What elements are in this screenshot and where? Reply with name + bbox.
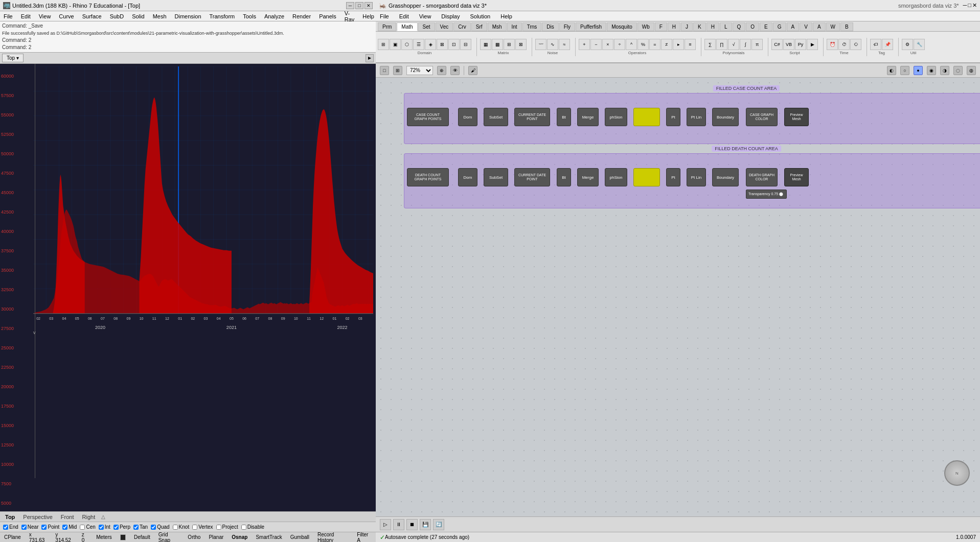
- rhino-viewport[interactable]: 60000 57500 55000 52500 50000 47500 4500…: [0, 64, 376, 511]
- case-merge-node[interactable]: Merge: [577, 108, 599, 126]
- gh-close-button[interactable]: ✕: [972, 2, 977, 9]
- grid-snap-label[interactable]: Grid Snap: [158, 532, 180, 543]
- gh-tool-7[interactable]: ⊡: [448, 39, 460, 50]
- death-pt-node[interactable]: Pt: [666, 168, 680, 186]
- gh-toolbar-icon-r3[interactable]: ●: [914, 66, 923, 75]
- gh-toolbar-icon-canvas[interactable]: □: [380, 66, 389, 75]
- gh-tab-w[interactable]: W: [826, 22, 840, 31]
- checkbox-int[interactable]: [99, 525, 104, 530]
- gh-tab-crv[interactable]: Crv: [453, 22, 471, 31]
- gh-tab-b[interactable]: B: [840, 22, 853, 31]
- gh-tab-srf[interactable]: Srf: [471, 22, 487, 31]
- gh-tab-int[interactable]: Int: [507, 22, 522, 31]
- gh-toolbar-icon-r6[interactable]: ◌: [953, 66, 963, 75]
- menu-mesh[interactable]: Mesh: [151, 13, 168, 20]
- checkbox-disable[interactable]: [241, 525, 246, 530]
- gh-poly-2[interactable]: ∏: [716, 39, 727, 50]
- gh-matrix-4[interactable]: ⊠: [515, 39, 527, 50]
- death-boundary-node[interactable]: Boundary: [712, 168, 739, 186]
- death-phsion-node[interactable]: phSion: [605, 168, 627, 186]
- gh-script-4[interactable]: ▶: [807, 39, 818, 50]
- death-bt-node[interactable]: Bt: [557, 168, 571, 186]
- checkbox-near[interactable]: [21, 525, 27, 530]
- case-currdate-node[interactable]: CURRENT DATEPOINT: [514, 108, 550, 126]
- gh-tab-pufferfish[interactable]: Pufferfish: [576, 22, 606, 31]
- gh-script-1[interactable]: C#: [771, 39, 783, 50]
- gh-tab-msh[interactable]: Msh: [488, 22, 507, 31]
- gh-tag-1[interactable]: 🏷: [870, 39, 881, 50]
- gh-tab-mosquito[interactable]: Mosquito: [607, 22, 637, 31]
- gh-tab-l[interactable]: L: [720, 22, 732, 31]
- death-yellow-node[interactable]: [633, 168, 660, 186]
- gh-tab-a2[interactable]: A: [813, 22, 826, 31]
- menu-panels[interactable]: Panels: [317, 13, 338, 20]
- view-tab-perspective[interactable]: Perspective: [21, 514, 54, 520]
- gh-op-6[interactable]: %: [637, 39, 649, 50]
- gh-tool-6[interactable]: ⊠: [437, 39, 448, 50]
- gh-tool-8[interactable]: ⊟: [460, 39, 471, 50]
- gh-tab-g[interactable]: G: [773, 22, 786, 31]
- death-dom-node[interactable]: Dom: [458, 168, 477, 186]
- gh-poly-4[interactable]: ∫: [740, 39, 751, 50]
- menu-subd[interactable]: SubD: [108, 13, 126, 20]
- menu-help[interactable]: Help: [361, 13, 376, 20]
- gh-poly-5[interactable]: π: [751, 39, 763, 50]
- gh-toolbar-icon-view1[interactable]: ⊕: [437, 66, 446, 75]
- gh-util-2[interactable]: 🔧: [914, 39, 925, 50]
- gh-minimize-button[interactable]: ─: [963, 2, 967, 9]
- gh-toolbar-icon-r2[interactable]: ○: [900, 66, 909, 75]
- gh-tool-2[interactable]: ▣: [390, 39, 401, 50]
- gh-tab-math[interactable]: Math: [397, 22, 417, 31]
- viewport-tab-top[interactable]: Top ▾: [2, 54, 24, 62]
- gh-tab-o[interactable]: O: [746, 22, 759, 31]
- death-preview-node[interactable]: PreviewMesh: [784, 168, 809, 186]
- gh-bottom-btn-4[interactable]: 💾: [420, 519, 431, 530]
- gh-tab-h[interactable]: H: [668, 22, 680, 31]
- gh-op-7[interactable]: =: [649, 39, 660, 50]
- gh-tab-trns[interactable]: Trns: [522, 22, 542, 31]
- gh-noise-2[interactable]: ∿: [547, 39, 558, 50]
- gh-tab-k[interactable]: K: [693, 22, 706, 31]
- gh-tab-fly[interactable]: Fly: [559, 22, 575, 31]
- gh-tab-h2[interactable]: H: [706, 22, 719, 31]
- gh-canvas[interactable]: FILLED CASE COUNT AREA CASE COUNTGRAPH P…: [376, 78, 980, 516]
- gh-op-4[interactable]: ÷: [614, 39, 625, 50]
- checkbox-end[interactable]: [3, 525, 8, 530]
- case-boundary-node[interactable]: Boundary: [712, 108, 739, 126]
- case-yellow-node[interactable]: [633, 108, 660, 126]
- gh-bottom-btn-3[interactable]: ⏹: [406, 519, 418, 530]
- filter-label[interactable]: Filter A: [357, 532, 372, 543]
- minimize-button[interactable]: ─: [346, 2, 354, 9]
- gh-tab-prm[interactable]: Prm: [378, 22, 396, 31]
- case-subset-node[interactable]: SubSet: [484, 108, 508, 126]
- gh-tab-dis[interactable]: Dis: [542, 22, 558, 31]
- gh-menu-file[interactable]: File: [378, 13, 391, 20]
- menu-view[interactable]: View: [37, 13, 53, 20]
- gh-maximize-button[interactable]: □: [968, 2, 971, 9]
- case-bt-node[interactable]: Bt: [557, 108, 571, 126]
- view-tab-top[interactable]: Top: [3, 514, 17, 520]
- gh-toolbar-icon-paint[interactable]: 🖌: [468, 66, 477, 75]
- gh-op-3[interactable]: ×: [602, 39, 613, 50]
- gh-script-3[interactable]: Py: [795, 39, 806, 50]
- gh-menu-solution[interactable]: Solution: [468, 13, 492, 20]
- death-color-node[interactable]: DEATH GRAPHCOLOR: [746, 168, 778, 186]
- gumball-label[interactable]: Gumball: [290, 534, 309, 540]
- gh-tool-3[interactable]: ⬡: [401, 39, 413, 50]
- gh-poly-1[interactable]: ∑: [704, 39, 716, 50]
- menu-vray[interactable]: V-Ray: [343, 10, 356, 23]
- menu-surface[interactable]: Surface: [81, 13, 103, 20]
- gh-tool-5[interactable]: ◈: [425, 39, 436, 50]
- gh-tool-1[interactable]: ⊞: [378, 39, 389, 50]
- gh-tab-v[interactable]: V: [800, 22, 812, 31]
- case-pt-node[interactable]: Pt: [666, 108, 680, 126]
- gh-bottom-btn-1[interactable]: ▷: [380, 519, 391, 530]
- gh-bottom-btn-2[interactable]: ⏸: [393, 519, 404, 530]
- menu-edit[interactable]: Edit: [19, 13, 32, 20]
- gh-script-2[interactable]: VB: [783, 39, 794, 50]
- checkbox-quad[interactable]: [151, 525, 156, 530]
- death-input-node[interactable]: DEATH COUNTGRAPH POINTS: [407, 168, 449, 186]
- gh-toolbar-icon-r7[interactable]: ◍: [967, 66, 976, 75]
- gh-tab-a[interactable]: A: [787, 22, 800, 31]
- case-ptlin-node[interactable]: Pt Lin: [687, 108, 706, 126]
